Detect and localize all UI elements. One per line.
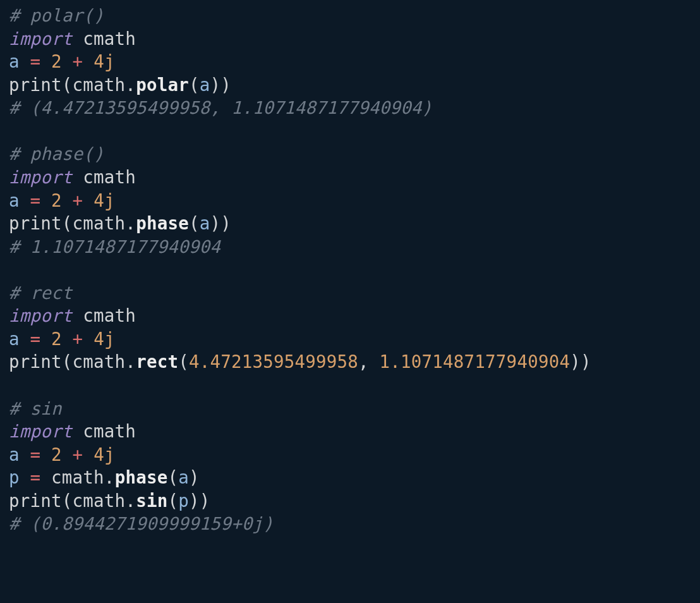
code-token: # sin xyxy=(9,398,62,418)
code-token: polar xyxy=(136,75,189,95)
code-token: )) xyxy=(570,351,591,372)
code-token: phase xyxy=(136,213,189,233)
code-token: ( xyxy=(178,351,189,372)
code-token: cmath xyxy=(83,305,136,326)
code-line: print(cmath.phase(a)) xyxy=(9,213,231,233)
code-token xyxy=(83,51,94,71)
code-line xyxy=(9,375,20,395)
code-token: 4j xyxy=(94,444,115,465)
code-token: p xyxy=(9,467,20,487)
code-token: . xyxy=(125,490,136,511)
code-token: )) xyxy=(210,213,231,233)
code-token: + xyxy=(73,329,83,349)
code-token: cmath xyxy=(83,28,136,49)
code-token: print xyxy=(9,490,62,511)
code-token xyxy=(9,121,20,141)
code-token: phase xyxy=(115,467,168,487)
code-token: import xyxy=(9,28,73,49)
code-line: # (4.47213595499958, 1.1071487177940904) xyxy=(9,97,432,118)
code-token xyxy=(20,329,30,349)
code-token: 4.47213595499958 xyxy=(189,351,358,372)
code-token: cmath xyxy=(73,213,126,233)
code-line: a = 2 + 4j xyxy=(9,444,115,465)
code-token xyxy=(20,190,30,210)
code-token: , xyxy=(358,351,380,372)
code-token: import xyxy=(9,305,73,326)
code-token xyxy=(40,329,51,349)
code-token: import xyxy=(9,421,73,441)
code-token: print xyxy=(9,75,62,95)
code-token: )) xyxy=(189,490,210,511)
code-token: ) xyxy=(189,467,200,487)
code-token xyxy=(40,444,51,465)
code-token xyxy=(62,51,73,71)
code-token: ( xyxy=(189,213,200,233)
code-token: # phase() xyxy=(9,143,104,164)
code-line: import cmath xyxy=(9,167,136,187)
code-token: = xyxy=(30,190,41,210)
code-line: import cmath xyxy=(9,305,136,326)
code-token: ( xyxy=(62,490,73,511)
code-token: # polar() xyxy=(9,5,104,25)
code-token: 2 xyxy=(51,444,62,465)
code-token: ( xyxy=(62,351,73,372)
code-token: a xyxy=(178,467,189,487)
code-token: 2 xyxy=(51,329,62,349)
code-token xyxy=(20,51,30,71)
code-line: # sin xyxy=(9,398,62,418)
code-line: # (0.8944271909999159+0j) xyxy=(9,513,274,533)
code-line: # phase() xyxy=(9,143,104,164)
code-token: a xyxy=(9,51,20,71)
code-token xyxy=(73,421,83,441)
code-block: # polar() import cmath a = 2 + 4j print(… xyxy=(0,0,700,535)
code-token xyxy=(83,190,94,210)
code-token xyxy=(20,444,30,465)
code-token: 2 xyxy=(51,51,62,71)
code-token: 4j xyxy=(94,51,115,71)
code-token: # 1.1071487177940904 xyxy=(9,236,220,257)
code-token xyxy=(40,51,51,71)
code-line: print(cmath.polar(a)) xyxy=(9,75,231,95)
code-token: cmath xyxy=(83,167,136,187)
code-line: a = 2 + 4j xyxy=(9,329,115,349)
code-token: a xyxy=(9,444,20,465)
code-token xyxy=(62,329,73,349)
code-line: import cmath xyxy=(9,28,136,49)
code-token: rect xyxy=(136,351,178,372)
code-token xyxy=(9,259,20,279)
code-token: 4j xyxy=(94,329,115,349)
code-token: 2 xyxy=(51,190,62,210)
code-token: a xyxy=(9,190,20,210)
code-token: cmath xyxy=(51,467,104,487)
code-token: + xyxy=(73,190,83,210)
code-line: p = cmath.phase(a) xyxy=(9,467,200,487)
code-token: a xyxy=(200,213,210,233)
code-token: print xyxy=(9,351,62,372)
code-token: 1.1071487177940904 xyxy=(380,351,570,372)
code-token: ( xyxy=(189,75,200,95)
code-token: . xyxy=(125,351,136,372)
code-token: ( xyxy=(62,75,73,95)
code-line: # polar() xyxy=(9,5,104,25)
code-line: import cmath xyxy=(9,421,136,441)
code-line: a = 2 + 4j xyxy=(9,190,115,210)
code-token: = xyxy=(30,329,41,349)
code-line: # 1.1071487177940904 xyxy=(9,236,220,257)
code-line: print(cmath.rect(4.47213595499958, 1.107… xyxy=(9,351,591,372)
code-line: a = 2 + 4j xyxy=(9,51,115,71)
code-line xyxy=(9,121,20,141)
code-token: sin xyxy=(136,490,167,511)
code-token: # rect xyxy=(9,283,73,303)
code-token xyxy=(83,329,94,349)
code-token: # (4.47213595499958, 1.1071487177940904) xyxy=(9,97,432,118)
code-token: ( xyxy=(167,467,178,487)
code-token: )) xyxy=(210,75,231,95)
code-token: ( xyxy=(62,213,73,233)
code-line: print(cmath.sin(p)) xyxy=(9,490,210,511)
code-token xyxy=(83,444,94,465)
code-token: ( xyxy=(167,490,178,511)
code-token: a xyxy=(200,75,210,95)
code-token: cmath xyxy=(73,75,126,95)
code-token: + xyxy=(73,444,83,465)
code-token: # (0.8944271909999159+0j) xyxy=(9,513,274,533)
